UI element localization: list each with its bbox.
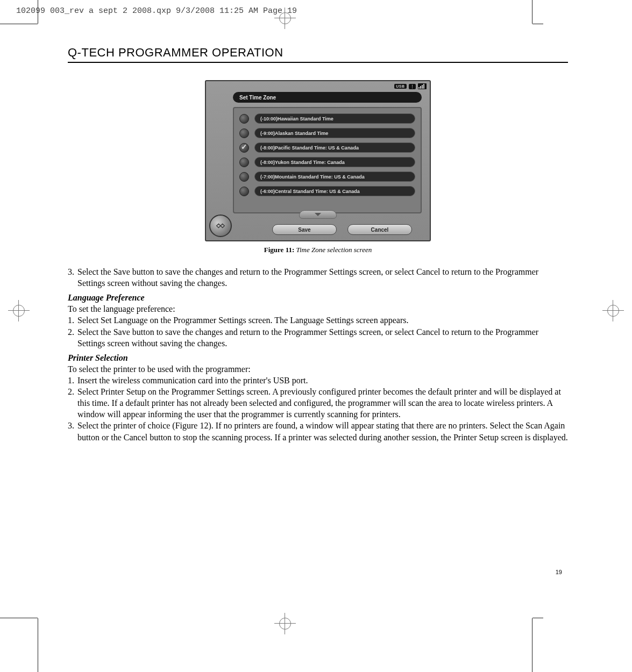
step-text: Select the Save button to save the chang… [77, 326, 568, 349]
radio-icon[interactable] [239, 114, 249, 124]
step-number: 1. [68, 314, 77, 326]
registration-mark-icon [8, 300, 30, 321]
language-intro: To set the language preference: [68, 303, 568, 314]
timezone-label: (-8:00)Yukon Standard Time: Canada [254, 157, 415, 167]
radio-checked-icon[interactable] [239, 143, 249, 153]
timezone-option[interactable]: (-7:00)Mountain Standard Time: US & Cana… [239, 171, 415, 182]
timezone-label: (-8:00)Pacific Standard Time: US & Canad… [254, 142, 415, 153]
caption-text: Time Zone selection screen [296, 246, 372, 254]
battery-bars-icon [418, 83, 427, 89]
crop-mark-icon [532, 618, 532, 672]
step-text: Select Printer Setup on the Programmer S… [77, 386, 568, 420]
handshake-icon [215, 220, 226, 232]
printer-step-3: 3. Select the printer of choice (Figure … [68, 420, 568, 442]
timezone-label: (-10:00)Hawaiian Standard Time [254, 113, 415, 124]
printer-step-2: 2. Select Printer Setup on the Programme… [68, 386, 568, 420]
timezone-option[interactable]: (-8:00)Yukon Standard Time: Canada [239, 157, 415, 167]
home-button[interactable] [209, 215, 232, 237]
crop-mark-icon [38, 0, 38, 24]
cancel-button[interactable]: Cancel [347, 224, 412, 235]
radio-icon[interactable] [239, 128, 249, 138]
step-text: Insert the wireless communication card i… [77, 375, 568, 386]
page-number: 19 [556, 569, 562, 575]
language-step-2: 2. Select the Save button to save the ch… [68, 326, 568, 349]
language-step-1: 1. Select Set Language on the Programmer… [68, 314, 568, 326]
crop-mark-icon [0, 618, 38, 618]
caption-label: Figure 11: [264, 246, 294, 254]
timezone-list: (-10:00)Hawaiian Standard Time (-9:00)Al… [233, 107, 422, 213]
section-title: Q-TECH PROGRAMMER OPERATION [68, 46, 568, 63]
step-number: 3. [68, 420, 77, 442]
timezone-option[interactable]: (-9:00)Alaskan Standard Time [239, 128, 415, 138]
printer-step-1: 1. Insert the wireless communication car… [68, 375, 568, 386]
printer-selection-heading: Printer Selection [68, 352, 568, 363]
crop-mark-icon [532, 618, 543, 618]
printer-intro: To select the printer to be used with th… [68, 363, 568, 375]
crop-mark-icon [38, 618, 38, 672]
step-number: 2. [68, 386, 77, 420]
step-number: 1. [68, 375, 77, 386]
timezone-option[interactable]: (-10:00)Hawaiian Standard Time [239, 113, 415, 124]
figure-11: USB ⋮ Set Time Zone (-10:00)Hawaiian Sta… [205, 80, 431, 254]
registration-mark-icon [274, 613, 296, 634]
step-number: 3. [68, 266, 77, 289]
crop-mark-icon [532, 24, 543, 24]
device-screenshot: USB ⋮ Set Time Zone (-10:00)Hawaiian Sta… [205, 80, 431, 241]
step-text: Select the printer of choice (Figure 12)… [77, 420, 568, 442]
print-header: 102099 003_rev a sept 2 2008.qxp 9/3/200… [16, 6, 297, 16]
wifi-icon: ⋮ [409, 84, 416, 89]
usb-indicator: USB [394, 84, 406, 89]
registration-mark-icon [274, 8, 296, 29]
step-text: Select Set Language on the Programmer Se… [77, 314, 568, 326]
timezone-label: (-6:00)Central Standard Time: US & Canad… [254, 186, 415, 196]
screen-title: Set Time Zone [233, 92, 422, 103]
crop-mark-icon [0, 24, 38, 24]
radio-icon[interactable] [239, 187, 249, 196]
status-bar: USB ⋮ [394, 83, 427, 89]
timezone-label: (-9:00)Alaskan Standard Time [254, 128, 415, 138]
step-3: 3. Select the Save button to save the ch… [68, 266, 568, 289]
radio-icon[interactable] [239, 172, 249, 182]
step-text: Select the Save button to save the chang… [77, 266, 568, 289]
step-number: 2. [68, 326, 77, 349]
radio-icon[interactable] [239, 158, 249, 167]
crop-mark-icon [532, 0, 532, 24]
save-button[interactable]: Save [272, 224, 337, 235]
timezone-option[interactable]: (-8:00)Pacific Standard Time: US & Canad… [239, 142, 415, 153]
timezone-option[interactable]: (-6:00)Central Standard Time: US & Canad… [239, 186, 415, 196]
timezone-label: (-7:00)Mountain Standard Time: US & Cana… [254, 171, 415, 182]
scroll-down-button[interactable] [299, 210, 337, 219]
language-preference-heading: Language Preference [68, 292, 568, 303]
figure-caption: Figure 11: Time Zone selection screen [205, 246, 431, 254]
registration-mark-icon [602, 300, 624, 321]
